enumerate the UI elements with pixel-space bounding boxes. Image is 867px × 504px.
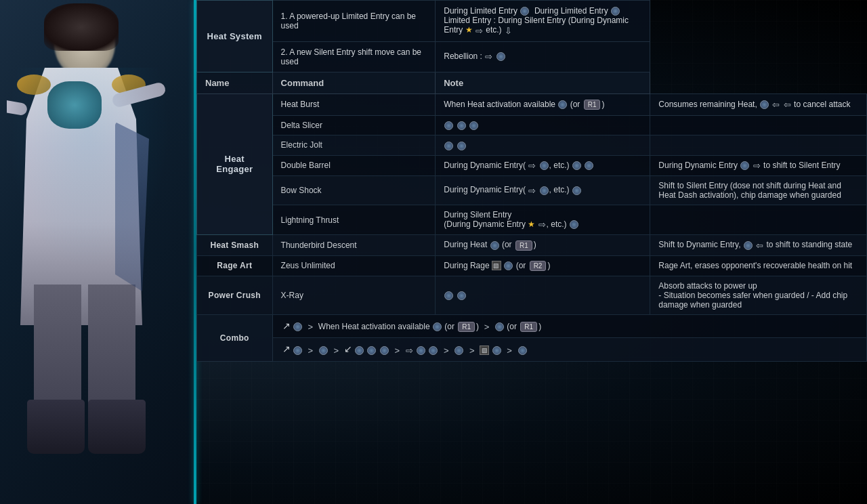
td-note-arrow-icon: ⇦ bbox=[756, 240, 763, 251]
bow-shock-row: Bow Shock During Dynamic Entry( ⇨ , etc.… bbox=[197, 175, 867, 205]
combo-row-1: Combo ↗ > When Heat activation available… bbox=[197, 314, 867, 337]
combo2-rightarrow-icon: ⇨ bbox=[406, 345, 413, 356]
heat-smash-row: Heat Smash Thunderbird Descent During He… bbox=[197, 235, 867, 255]
note-circle-1 bbox=[760, 100, 769, 109]
circle-icon-2 bbox=[611, 7, 620, 16]
combo2-gt-4-icon: > bbox=[444, 345, 449, 356]
delta-slicer-row: Delta Slicer bbox=[197, 115, 867, 135]
ej-c1 bbox=[444, 142, 453, 150]
move-command-delta-slicer bbox=[436, 115, 650, 135]
star-icon: ★ bbox=[465, 25, 473, 35]
power-crush-row: Power Crush X-Ray Absorb attacks to powe… bbox=[197, 276, 867, 314]
power-crush-label: Power Crush bbox=[197, 276, 273, 314]
rage-art-row: Rage Art Zeus Unlimited During Rage ▧ (o… bbox=[197, 255, 867, 276]
move-name-bow-shock: Bow Shock bbox=[272, 175, 436, 205]
combo-1-arrow-icon: ↗ bbox=[282, 320, 291, 331]
combo2-c5 bbox=[380, 346, 389, 355]
combo1-c3 bbox=[495, 322, 504, 331]
heat-system-desc-2: 2. A new Silent Entry shift move can be … bbox=[272, 41, 436, 72]
combo2-c4 bbox=[367, 346, 376, 355]
rebellion-circle-icon bbox=[496, 52, 505, 61]
ds-c3 bbox=[469, 121, 478, 130]
combo2-diagarrow-icon: ↙ bbox=[344, 343, 352, 354]
move-command-lightning-thrust: During Silent Entry(During Dynamic Entry… bbox=[436, 205, 650, 234]
heat-system-label: Heat System bbox=[197, 1, 273, 72]
move-name-heat-burst: Heat Burst bbox=[272, 93, 436, 115]
zeus-r2: R2 bbox=[530, 261, 547, 271]
move-command-heat-burst: When Heat activation available (or R1) bbox=[436, 93, 650, 115]
zeus-c1 bbox=[504, 261, 513, 270]
arrow-down-icon: ⇩ bbox=[505, 26, 512, 36]
double-barrel-row: Double Barrel During Dynamic Entry( ⇨ , … bbox=[197, 155, 867, 175]
combo-label: Combo bbox=[197, 314, 273, 361]
move-name-double-barrel: Double Barrel bbox=[272, 155, 436, 175]
combo-2-content: ↗ > > ↙ > ⇨ > > ▧ > bbox=[272, 338, 866, 361]
combo2-c2 bbox=[319, 346, 328, 355]
heat-engager-label: Heat Engager bbox=[197, 93, 273, 235]
move-note-electric-jolt bbox=[650, 135, 867, 155]
bs-arrow-icon: ⇨ bbox=[528, 186, 536, 196]
ds-c2 bbox=[457, 121, 466, 130]
db-note-c1 bbox=[740, 161, 749, 170]
combo1-r1-1: R1 bbox=[458, 322, 475, 332]
move-command-xray bbox=[436, 276, 650, 314]
lt-arrow-icon: ⇨ bbox=[538, 219, 546, 230]
heat-smash-label: Heat Smash bbox=[197, 235, 273, 255]
xr-c1 bbox=[444, 291, 453, 300]
move-command-bow-shock: During Dynamic Entry( ⇨ , etc.) bbox=[436, 175, 650, 205]
heat-system-desc-1: 1. A powered-up Limited Entry can be use… bbox=[272, 1, 436, 42]
combo2-gt-2-icon: > bbox=[334, 345, 339, 356]
electric-jolt-row: Electric Jolt bbox=[197, 135, 867, 155]
combo-2-arrow-icon: ↗ bbox=[282, 343, 291, 354]
bs-c2 bbox=[572, 186, 581, 195]
move-note-bow-shock: Shift to Silent Entry (dose not shift du… bbox=[650, 175, 867, 205]
move-name-electric-jolt: Electric Jolt bbox=[272, 135, 436, 155]
move-command-thunderbird: During Heat (or R1) bbox=[436, 235, 650, 255]
ej-c2 bbox=[457, 142, 466, 150]
combo2-c6 bbox=[417, 346, 425, 355]
header-command: Command bbox=[272, 72, 436, 93]
td-r1: R1 bbox=[515, 240, 532, 251]
combo2-c7 bbox=[429, 346, 438, 355]
move-name-zeus: Zeus Unlimited bbox=[272, 255, 436, 276]
character-silhouette bbox=[0, 0, 196, 504]
rage-icon: ▧ bbox=[492, 261, 501, 270]
combo2-c3 bbox=[355, 346, 364, 355]
combo-1-content: ↗ > When Heat activation available (or R… bbox=[272, 314, 866, 337]
move-name-xray: X-Ray bbox=[272, 276, 436, 314]
lightning-thrust-row: Lightning Thrust During Silent Entry(Dur… bbox=[197, 205, 867, 234]
combo1-r1-2: R1 bbox=[520, 322, 537, 332]
circle-icon-1 bbox=[520, 7, 529, 16]
heat-engager-section: Heat Engager Heat Burst When Heat activa… bbox=[197, 93, 867, 115]
arrow-left-1-icon: ⇦ bbox=[772, 100, 780, 110]
move-note-lightning-thrust bbox=[650, 205, 867, 234]
content-area: Heat System 1. A powered-up Limited Entr… bbox=[196, 0, 867, 504]
td-c1 bbox=[490, 241, 499, 250]
heat-system-note-2: Rebellion : ⇨ bbox=[436, 41, 650, 72]
db-c2 bbox=[572, 161, 581, 170]
move-note-double-barrel: During Dynamic Entry ⇨ to shift to Silen… bbox=[650, 155, 867, 175]
combo2-rage-icon: ▧ bbox=[480, 345, 489, 355]
table-header-row: Name Command Note bbox=[197, 72, 867, 93]
combo2-c10 bbox=[518, 346, 527, 355]
xr-c2 bbox=[457, 291, 466, 300]
move-name-thunderbird: Thunderbird Descent bbox=[272, 235, 436, 255]
move-command-electric-jolt bbox=[436, 135, 650, 155]
combo1-c2 bbox=[433, 322, 442, 331]
rage-art-label: Rage Art bbox=[197, 255, 273, 276]
db-c3 bbox=[585, 161, 593, 170]
combo2-c1 bbox=[293, 346, 302, 355]
move-command-double-barrel: During Dynamic Entry( ⇨ , etc.) bbox=[436, 155, 650, 175]
combo2-gt-3-icon: > bbox=[394, 345, 400, 356]
cmd-circle-1 bbox=[558, 100, 567, 109]
combo1-c1 bbox=[293, 322, 302, 331]
combo2-c9 bbox=[492, 346, 501, 355]
arrow-left-2-icon: ⇦ bbox=[784, 100, 791, 110]
combo1-gt-2-icon: > bbox=[484, 322, 490, 332]
db-arrow-icon: ⇨ bbox=[528, 161, 536, 171]
move-note-zeus: Rage Art, erases opponent's recoverable … bbox=[650, 255, 867, 276]
combo2-c8 bbox=[454, 346, 463, 355]
td-note-c1 bbox=[744, 241, 753, 250]
combo-row-2: ↗ > > ↙ > ⇨ > > ▧ > bbox=[197, 338, 867, 361]
move-name-delta-slicer: Delta Slicer bbox=[272, 115, 436, 135]
